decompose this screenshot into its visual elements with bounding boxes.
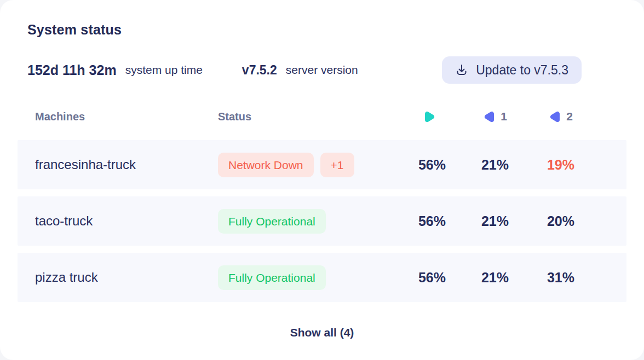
metric-value: 20% [528,213,594,229]
metric-value: 56% [402,270,462,286]
table-header: Machines Status 1 [18,107,626,126]
triangle-left-icon [549,110,561,124]
server-version-label: server version [286,63,358,77]
table-row: francesinha-truck Network Down+1 56% 21%… [18,140,626,189]
metric-value: 56% [402,157,462,173]
play-icon [423,110,436,124]
uptime-label: system up time [125,63,203,77]
machine-name: taco-truck [35,213,218,229]
metric-column-number: 2 [566,110,573,123]
column-header-metric-2: 2 [528,110,594,124]
status-badges: Fully Operational [218,265,402,290]
metric-value: 21% [462,213,528,229]
more-statuses-badge[interactable]: +1 [320,153,354,177]
metric-value: 31% [528,270,594,286]
update-button[interactable]: Update to v7.5.3 [442,56,582,84]
status-badges: Fully Operational [218,209,402,234]
server-version-value: v7.5.2 [242,63,277,78]
download-icon [455,63,468,77]
status-badge: Fully Operational [218,209,326,234]
column-header-metric-1: 1 [462,110,528,124]
show-all-link[interactable]: Show all (4) [0,326,644,339]
update-button-label: Update to v7.5.3 [476,63,568,78]
column-header-machines: Machines [35,111,218,123]
metric-column-number: 1 [501,110,507,123]
status-badges: Network Down+1 [218,153,402,177]
machine-name: francesinha-truck [35,157,218,172]
server-version-group: v7.5.2 server version [242,63,358,78]
metric-value: 21% [462,270,528,286]
status-badge: Network Down [218,153,314,177]
metric-value: 56% [402,213,462,229]
column-header-status: Status [218,111,402,123]
system-info-row: 152d 11h 32m system up time v7.5.2 serve… [27,56,582,84]
uptime-value: 152d 11h 32m [27,62,117,78]
column-header-metric-current [402,110,462,124]
machine-name: pizza truck [35,270,218,285]
machines-table: Machines Status 1 [18,107,626,309]
machine-rows: francesinha-truck Network Down+1 56% 21%… [18,140,626,302]
table-row: taco-truck Fully Operational 56% 21% 20% [18,196,626,246]
system-status-panel: System status 152d 11h 32m system up tim… [0,0,644,360]
page-title: System status [27,22,122,38]
table-row: pizza truck Fully Operational 56% 21% 31… [18,253,626,302]
triangle-left-icon [483,110,496,124]
metric-value: 21% [462,157,528,173]
metric-value: 19% [528,157,594,173]
status-badge: Fully Operational [218,265,326,290]
